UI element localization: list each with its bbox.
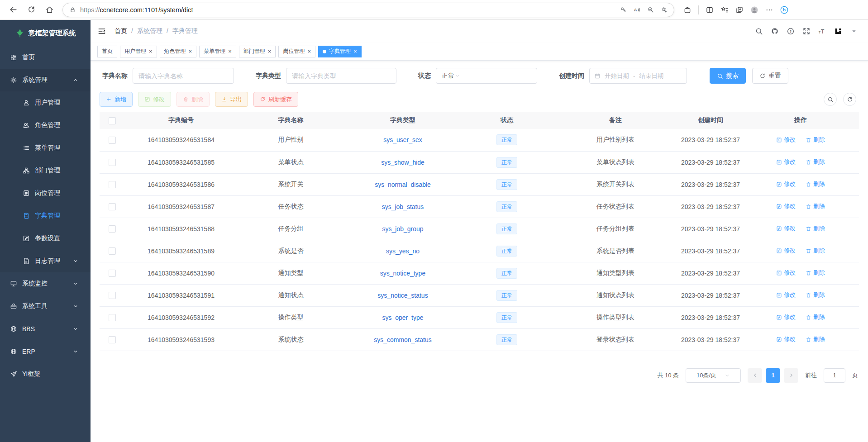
row-delete-button[interactable]: 删除 [806, 313, 825, 321]
sidebar-item-erp[interactable]: ERP [0, 340, 91, 363]
row-edit-button[interactable]: 修改 [776, 313, 796, 321]
prev-page-button[interactable] [748, 368, 762, 383]
select-all-checkbox[interactable] [109, 117, 116, 124]
close-tab-icon[interactable]: × [149, 48, 153, 54]
browser-home-button[interactable] [42, 2, 57, 18]
refresh-table-button[interactable] [843, 93, 856, 106]
read-aloud-icon[interactable]: A [634, 6, 640, 13]
favorite-star-icon[interactable] [661, 6, 668, 13]
font-size-icon[interactable]: TT [818, 27, 826, 35]
row-checkbox[interactable] [109, 247, 116, 255]
sidebar-item-home[interactable]: 首页 [0, 46, 91, 69]
dict-type-link[interactable]: sys_yes_no [386, 247, 420, 255]
dict-type-link[interactable]: sys_oper_type [382, 314, 423, 321]
goto-page-input[interactable] [824, 368, 845, 383]
sidebar-item-role-mgmt[interactable]: 角色管理 [0, 114, 91, 137]
close-tab-icon[interactable]: × [228, 48, 232, 54]
bing-chat-icon[interactable]: b [780, 6, 788, 14]
row-checkbox[interactable] [109, 181, 116, 188]
sidebar-item-post-mgmt[interactable]: 岗位管理 [0, 182, 91, 204]
search-button[interactable]: 搜索 [710, 68, 746, 84]
sidebar-item-system-mgmt[interactable]: 系统管理 [0, 69, 91, 91]
zoom-out-icon[interactable] [647, 6, 654, 13]
row-delete-button[interactable]: 删除 [806, 269, 825, 277]
dict-type-link[interactable]: sys_notice_status [377, 292, 428, 299]
extensions-icon[interactable] [683, 6, 692, 14]
sidebar-item-system-monitor[interactable]: 系统监控 [0, 272, 91, 295]
dict-type-link[interactable]: sys_common_status [374, 336, 432, 343]
next-page-button[interactable] [784, 368, 798, 383]
row-edit-button[interactable]: 修改 [776, 158, 796, 166]
user-logo-avatar[interactable] [834, 27, 842, 35]
github-icon[interactable] [771, 27, 779, 35]
close-tab-icon[interactable]: × [307, 48, 311, 54]
tab-home[interactable]: 首页 [97, 46, 117, 57]
edit-button[interactable]: 修改 [138, 92, 171, 107]
show-search-button[interactable] [824, 93, 837, 106]
reset-button[interactable]: 重置 [752, 68, 788, 84]
sidebar-item-user-mgmt[interactable]: 用户管理 [0, 91, 91, 114]
dict-type-link[interactable]: sys_show_hide [381, 159, 424, 166]
row-checkbox[interactable] [109, 225, 116, 233]
browser-refresh-button[interactable] [24, 2, 39, 18]
row-checkbox[interactable] [109, 314, 116, 321]
collections-icon[interactable] [735, 6, 744, 14]
current-page-button[interactable]: 1 [766, 368, 780, 383]
row-delete-button[interactable]: 删除 [806, 202, 825, 210]
split-screen-icon[interactable] [706, 6, 714, 14]
search-icon[interactable] [755, 27, 763, 35]
add-button[interactable]: 新增 [100, 92, 133, 107]
row-edit-button[interactable]: 修改 [776, 224, 796, 233]
tab-dept-mgmt[interactable]: 部门管理× [239, 46, 276, 57]
row-edit-button[interactable]: 修改 [776, 335, 796, 343]
status-select[interactable]: 正常 [436, 68, 537, 84]
sidebar-item-dict-mgmt[interactable]: 字典管理 [0, 204, 91, 227]
browser-back-button[interactable] [5, 2, 21, 18]
export-button[interactable]: 导出 [215, 92, 248, 107]
sidebar-item-system-tools[interactable]: 系统工具 [0, 295, 91, 318]
row-checkbox[interactable] [109, 292, 116, 299]
row-delete-button[interactable]: 删除 [806, 291, 825, 299]
row-edit-button[interactable]: 修改 [776, 291, 796, 299]
profile-avatar-icon[interactable] [750, 6, 758, 14]
row-delete-button[interactable]: 删除 [806, 224, 825, 233]
delete-button[interactable]: 删除 [176, 92, 210, 107]
tab-user-mgmt[interactable]: 用户管理× [120, 46, 157, 57]
dict-type-link[interactable]: sys_user_sex [383, 136, 422, 143]
refresh-cache-button[interactable]: 刷新缓存 [253, 92, 298, 107]
row-edit-button[interactable]: 修改 [776, 247, 796, 255]
dict-type-link[interactable]: sys_job_status [382, 203, 424, 210]
page-size-select[interactable]: 10条/页 [686, 368, 741, 383]
chevron-down-icon[interactable] [850, 27, 858, 35]
row-delete-button[interactable]: 删除 [806, 136, 825, 144]
password-key-icon[interactable] [620, 6, 627, 13]
fullscreen-icon[interactable] [802, 27, 811, 35]
dict-type-input[interactable] [286, 68, 396, 84]
row-checkbox[interactable] [109, 270, 116, 277]
row-delete-button[interactable]: 删除 [806, 180, 825, 188]
tab-post-mgmt[interactable]: 岗位管理× [278, 46, 315, 57]
tab-dict-mgmt[interactable]: 字典管理× [318, 46, 362, 57]
sidebar-item-menu-mgmt[interactable]: 菜单管理 [0, 137, 91, 159]
row-edit-button[interactable]: 修改 [776, 202, 796, 210]
dict-type-link[interactable]: sys_notice_type [380, 270, 425, 277]
row-delete-button[interactable]: 删除 [806, 247, 825, 255]
row-checkbox[interactable] [109, 137, 116, 144]
collapse-sidebar-button[interactable] [97, 27, 106, 36]
row-checkbox[interactable] [109, 159, 116, 166]
row-edit-button[interactable]: 修改 [776, 269, 796, 277]
row-checkbox[interactable] [109, 203, 116, 210]
more-menu-icon[interactable] [765, 6, 773, 14]
tab-menu-mgmt[interactable]: 菜单管理× [199, 46, 236, 57]
close-tab-icon[interactable]: × [268, 48, 272, 54]
dict-type-link[interactable]: sys_job_group [382, 225, 423, 233]
url-bar[interactable]: https://ccnetcore.com:1101/system/dict A [62, 3, 674, 17]
tab-role-mgmt[interactable]: 角色管理× [160, 46, 197, 57]
dict-name-input[interactable] [133, 68, 234, 84]
row-edit-button[interactable]: 修改 [776, 180, 796, 188]
row-delete-button[interactable]: 删除 [806, 335, 825, 343]
breadcrumb-item[interactable]: 首页 [114, 27, 127, 35]
sidebar-item-bbs[interactable]: BBS [0, 318, 91, 340]
row-checkbox[interactable] [109, 336, 116, 343]
sidebar-item-yi-framework[interactable]: Yi框架 [0, 363, 91, 385]
